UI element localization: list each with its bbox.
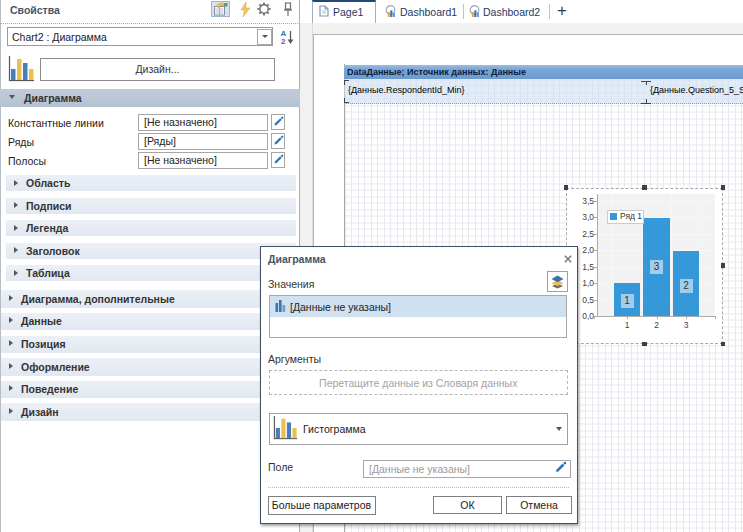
svg-text:2: 2 [281,37,286,46]
